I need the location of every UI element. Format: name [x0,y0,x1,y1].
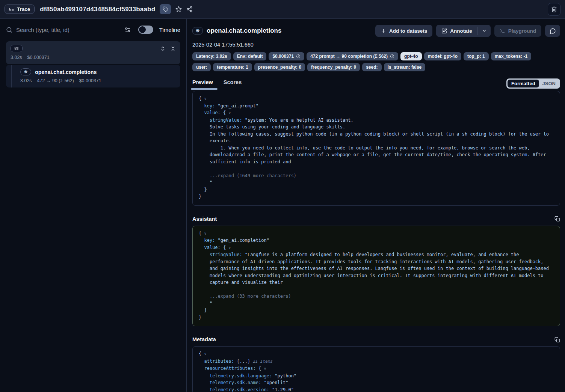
chevron-down-icon [482,28,487,33]
code-line: { ∨ [199,95,554,103]
span-node-openai[interactable]: ❋ openai.chat.completions 3.02s 472 → 90… [6,65,180,87]
info-icon[interactable] [390,54,394,59]
temperature-badge: temperature: 1 [213,63,252,71]
tab-scores[interactable]: Scores [224,79,242,90]
search-icon [6,27,12,33]
annotate-dropdown-button[interactable] [478,25,491,37]
code-line: execute. [199,137,554,145]
code-line: " [199,300,554,307]
copy-icon[interactable] [554,337,560,342]
expand-toggle[interactable]: ...expand (1649 more characters) [199,173,296,178]
share-icon [186,6,193,12]
code-line: } [199,314,554,321]
expand-toggle[interactable]: ...expand (33 more characters) [199,294,291,299]
latency-badge: Latency: 3.02s [192,52,231,60]
user-badge: user: [192,63,211,71]
comments-button[interactable] [545,25,560,37]
code-token: attributes: [199,359,237,364]
code-line: value: { ∨ [199,244,554,252]
share-button[interactable] [186,6,193,12]
observation-detail-panel: ❋ openai.chat.completions Add to dataset… [187,19,565,392]
tab-preview[interactable]: Preview [192,79,213,90]
add-to-datasets-button[interactable]: Add to datasets [375,25,432,37]
annotate-button[interactable]: Annotate [436,25,477,37]
code-token: " [199,180,212,185]
code-line: telemetry.sdk.name: "openlit" [199,379,554,386]
cost-badge: $0.000371 [269,52,304,60]
code-token: key: [199,103,218,109]
code-line: and gaining insights into the effectiven… [199,265,554,272]
list-tree-icon [9,7,14,12]
code-token: telemetry.sdk.language: [199,373,275,378]
code-token: execute. [199,138,231,143]
copy-icon[interactable] [554,216,560,222]
code-line: } [199,186,554,193]
collapse-chevron-icon[interactable]: ∨ [204,231,206,235]
env-badge: Env: default [233,52,267,60]
code-token: Solve tasks using your coding and langua… [199,124,345,130]
collapse-chevron-icon[interactable]: ∨ [204,96,206,101]
completion-json-block: { ∨ key: "gen_ai.completion" value: { ∨ … [192,226,560,327]
code-token: "1.29.0" [272,387,294,392]
code-line: } [199,307,554,314]
code-line: telemetry.sdk.language: "python" [199,372,554,380]
search-input[interactable] [16,27,121,33]
code-line: capture and visualize their [199,279,554,286]
code-token: " [199,301,212,306]
code-token: "Langfuse is a platform designed to help… [245,252,519,257]
code-token: In the following cases, suggest python c… [199,131,549,137]
list-tree-icon [14,46,19,51]
trace-tree-sidebar: Timeline 3.02s [0,19,187,392]
code-token: { [223,245,228,250]
info-icon[interactable] [296,54,301,59]
presence-penalty-badge: presence_penalty: 0 [254,63,305,71]
code-line: models where understanding and optimizin… [199,272,554,279]
code-line: resourceAttributes: { ∨ [199,365,554,372]
code-token: "system: You are a helpful AI assistant. [245,118,354,123]
collapse-chevron-icon[interactable]: ∨ [204,352,206,356]
delete-trace-button[interactable] [548,3,560,16]
code-token: { [199,351,204,356]
trace-type-badge: Trace [5,5,35,14]
span-duration: 3.02s [20,78,32,83]
code-line: { ∨ [199,350,554,358]
span-cost: $0.000371 [79,78,101,83]
timeline-toggle[interactable] [138,26,153,34]
collapse-chevron-icon[interactable]: ∨ [228,246,231,250]
trash-icon [551,6,557,12]
playground-button[interactable]: Playground [494,25,541,37]
model-param-badge: model: gpt-4o [424,52,461,60]
format-option-formatted[interactable]: Formatted [508,80,539,87]
metadata-section-title: Metadata [192,336,216,342]
span-title: openai.chat.completions [35,69,97,75]
code-token: 1. When you need to collect info, use th… [199,145,530,151]
filter-settings-icon[interactable] [124,27,131,33]
code-token: { [199,231,204,236]
code-line: telemetry.sdk.version: "1.29.0" [199,386,554,392]
code-token: { [223,110,228,115]
top-p-badge: top_p: 1 [464,52,489,60]
collapse-chevron-icon[interactable]: ∨ [228,111,231,115]
trace-root-node[interactable]: 3.02s $0.000371 [6,41,180,64]
code-token: telemetry.sdk.version: [199,387,272,392]
code-line: ...expand (33 more characters) [199,293,554,300]
code-line: stringValue: "system: You are a helpful … [199,117,554,124]
code-line: sufficient info is printed and [199,158,554,166]
favorite-button[interactable] [175,6,182,12]
code-token: { [199,96,204,101]
format-option-json[interactable]: JSON [539,80,559,87]
code-line: stringValue: "Langfuse is a platform des… [199,251,554,258]
code-token: resourceAttributes: [199,366,258,371]
fold-nodes-icon[interactable] [170,46,176,51]
code-line: } [199,193,554,200]
format-toggle: Formatted JSON [506,78,560,89]
tag-button[interactable] [160,4,171,14]
code-token: } [199,194,201,199]
openai-icon: ❋ [196,29,199,33]
code-token: capture and visualize their [199,280,283,285]
collapse-chevron-icon[interactable]: ∨ [264,366,266,371]
code-line: In the following cases, suggest python c… [199,131,554,138]
unfold-nodes-icon[interactable] [160,46,166,51]
code-line: key: "gen_ai.prompt" [199,103,554,110]
code-line: 1. When you need to collect info, use th… [199,145,554,152]
